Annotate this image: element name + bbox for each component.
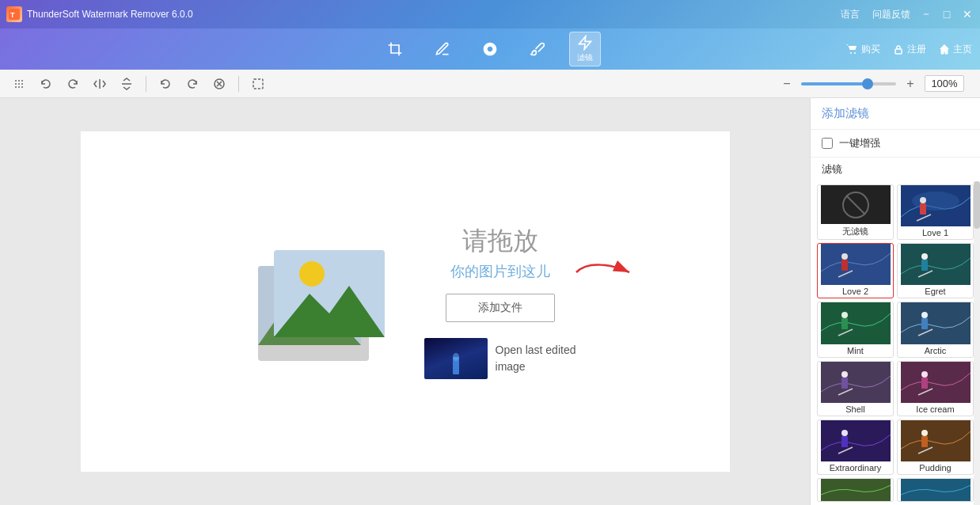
svg-point-41 <box>921 253 928 260</box>
svg-rect-5 <box>895 49 902 54</box>
scrollbar-thumb[interactable] <box>974 181 980 229</box>
filter-extra1[interactable] <box>817 478 894 502</box>
toolbar-actions: 购买 注册 主页 <box>845 43 972 56</box>
maximize-button[interactable]: □ <box>940 8 953 21</box>
svg-point-45 <box>841 312 848 318</box>
rotate-right-tool[interactable] <box>62 73 84 95</box>
svg-text:T: T <box>10 11 15 19</box>
filter-arctic[interactable]: Arctic <box>897 302 974 357</box>
drop-zone[interactable]: 请拖放 你的图片到这儿 添加文件 Open last edited image <box>424 224 576 379</box>
app-title: ThunderSoft Watermark Remover 6.0.0 <box>27 9 841 20</box>
main-content: 请拖放 你的图片到这儿 添加文件 Open last edited image <box>0 98 980 505</box>
filter-shell[interactable]: Shell <box>817 361 894 416</box>
crop-tool[interactable] <box>379 32 411 66</box>
svg-line-30 <box>846 196 865 215</box>
filter-shell-label: Shell <box>845 403 864 416</box>
svg-point-4 <box>854 52 856 54</box>
svg-point-57 <box>921 371 928 378</box>
filter-tool[interactable]: 滤镜 <box>569 32 601 66</box>
svg-point-10 <box>18 83 20 85</box>
shop-button[interactable]: 购买 <box>845 43 880 56</box>
svg-rect-50 <box>921 318 928 329</box>
feedback-link[interactable]: 问题反馈 <box>872 8 910 21</box>
svg-point-11 <box>21 83 23 85</box>
svg-rect-58 <box>921 378 928 389</box>
one-key-checkbox[interactable] <box>822 138 833 149</box>
svg-point-65 <box>921 430 928 436</box>
selection-tool[interactable] <box>247 73 269 95</box>
undo-tool[interactable] <box>154 73 177 95</box>
scrollbar-track <box>974 181 980 505</box>
filter-none[interactable]: 无滤镜 <box>817 184 894 240</box>
filter-icecream[interactable]: Ice cream <box>897 361 974 416</box>
filter-egret-label: Egret <box>925 285 945 298</box>
filter-mint-label: Mint <box>847 344 864 357</box>
filter-love2[interactable]: Love 2 <box>817 243 894 298</box>
filter-love1[interactable]: Love 1 <box>897 184 974 240</box>
minimize-button[interactable]: － <box>920 7 933 21</box>
open-last-thumbnail <box>424 338 488 379</box>
filter-egret-thumb <box>901 244 971 285</box>
filter-extraordinary[interactable]: Extraordinary <box>817 420 894 475</box>
zoom-area: − + 100% <box>776 73 964 95</box>
flip-h-tool[interactable] <box>89 73 111 95</box>
one-key-enhance-row[interactable]: 一键增强 <box>811 130 980 158</box>
filter-pudding[interactable]: Pudding <box>897 420 974 475</box>
filter-section-label: 滤镜 <box>811 158 980 181</box>
close-tool[interactable] <box>208 73 230 95</box>
filter-icecream-label: Ice cream <box>916 403 954 416</box>
svg-point-49 <box>921 312 928 318</box>
svg-point-9 <box>15 83 17 85</box>
svg-point-13 <box>18 86 20 88</box>
svg-rect-38 <box>841 260 848 271</box>
filter-pudding-label: Pudding <box>919 461 951 474</box>
svg-point-8 <box>21 80 23 82</box>
svg-point-7 <box>18 80 20 82</box>
svg-rect-60 <box>821 420 891 461</box>
win-controls: － □ ✕ <box>920 7 974 21</box>
svg-point-61 <box>841 430 848 436</box>
svg-point-33 <box>920 197 926 203</box>
add-file-button[interactable]: 添加文件 <box>446 294 555 322</box>
svg-rect-34 <box>920 203 926 215</box>
main-toolbar: 滤镜 购买 注册 主页 <box>0 28 980 70</box>
open-last-section[interactable]: Open last edited image <box>424 338 576 379</box>
filter-grid: 无滤镜 Love 1 <box>811 181 980 505</box>
home-button[interactable]: 主页 <box>939 43 972 56</box>
svg-rect-16 <box>253 79 263 89</box>
drop-illustration <box>234 234 393 369</box>
pencil-tool[interactable] <box>427 32 458 66</box>
rotate-left-tool[interactable] <box>35 73 57 95</box>
register-button[interactable]: 注册 <box>893 43 926 56</box>
panel-title: 添加滤镜 <box>811 98 980 130</box>
filter-egret[interactable]: Egret <box>897 243 974 298</box>
fill-tool[interactable] <box>474 32 506 66</box>
close-button[interactable]: ✕ <box>961 8 974 21</box>
brush-tool[interactable] <box>522 32 553 66</box>
filter-extraordinary-label: Extraordinary <box>830 461 881 474</box>
svg-rect-46 <box>841 318 848 329</box>
filter-pudding-thumb <box>901 420 971 461</box>
filter-scroll-container: 无滤镜 Love 1 <box>811 181 980 505</box>
zoom-in-button[interactable]: + <box>899 73 921 95</box>
svg-point-6 <box>15 80 17 82</box>
language-link[interactable]: 语言 <box>841 8 860 21</box>
zoom-out-button[interactable]: − <box>776 73 798 95</box>
svg-rect-48 <box>901 302 971 344</box>
filter-mint[interactable]: Mint <box>817 302 894 357</box>
zoom-slider[interactable] <box>801 82 896 85</box>
svg-rect-36 <box>821 244 891 285</box>
svg-rect-54 <box>841 378 848 389</box>
filter-extra2-thumb <box>901 479 971 501</box>
drop-subtitle: 你的图片到这儿 <box>450 262 550 281</box>
svg-point-14 <box>21 86 23 88</box>
right-panel: 添加滤镜 一键增强 滤镜 无滤镜 <box>810 98 980 505</box>
svg-marker-2 <box>579 36 591 50</box>
filter-extra2[interactable] <box>897 478 974 502</box>
drop-title: 请拖放 <box>462 224 538 259</box>
zoom-percent: 100% <box>925 75 964 92</box>
secondary-toolbar: − + 100% <box>0 70 980 98</box>
redo-tool[interactable] <box>181 73 203 95</box>
flip-v-tool[interactable] <box>116 73 138 95</box>
grid-tool[interactable] <box>8 73 30 95</box>
